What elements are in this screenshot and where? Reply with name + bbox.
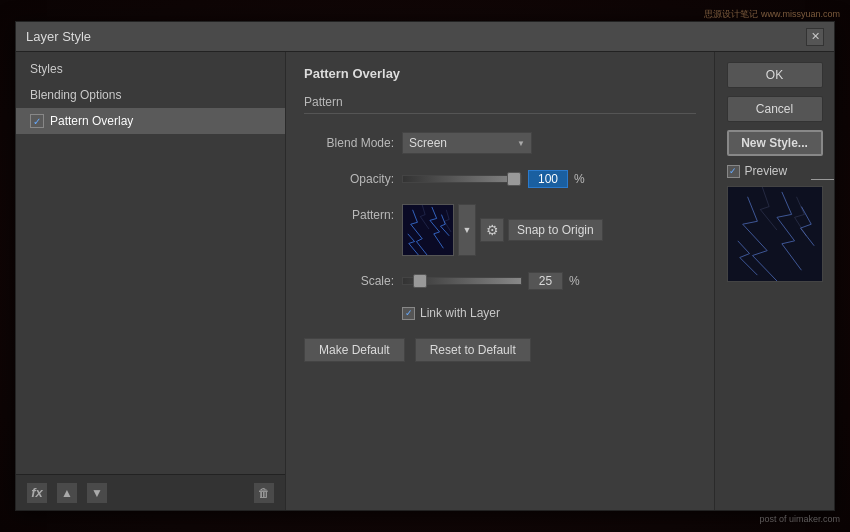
pattern-label: Pattern: [304, 204, 394, 222]
titlebar: Layer Style ✕ [16, 22, 834, 52]
new-style-button[interactable]: New Style... [727, 130, 823, 156]
pattern-overlay-checkbox[interactable] [30, 114, 44, 128]
scale-slider-thumb[interactable] [413, 274, 427, 288]
move-up-button[interactable]: ▲ [56, 482, 78, 504]
opacity-slider-container: 100 % [402, 170, 585, 188]
left-panel: Styles Blending Options Pattern Overlay … [16, 52, 286, 510]
opacity-unit: % [574, 172, 585, 186]
left-panel-footer: fx ▲ ▼ 🗑 [16, 474, 285, 510]
scale-value-display[interactable]: 25 [528, 272, 563, 290]
opacity-slider-thumb[interactable] [507, 172, 521, 186]
dialog-body: Styles Blending Options Pattern Overlay … [16, 52, 834, 510]
pattern-options-button[interactable]: ⚙ [480, 218, 504, 242]
snap-to-origin-button[interactable]: Snap to Origin [508, 219, 603, 241]
opacity-label: Opacity: [304, 172, 394, 186]
blend-mode-row: Blend Mode: Screen ▼ [304, 132, 696, 154]
section-title: Pattern Overlay [304, 66, 696, 81]
layer-style-dialog: Layer Style ✕ Styles Blending Options Pa… [15, 21, 835, 511]
opacity-slider-track[interactable] [402, 175, 522, 183]
link-with-layer-checkbox[interactable] [402, 307, 415, 320]
right-panel: OK Cancel New Style... Preview [714, 52, 834, 510]
preview-text: Preview [745, 164, 788, 178]
main-content: Pattern Overlay Pattern Blend Mode: Scre… [286, 52, 714, 510]
ok-button[interactable]: OK [727, 62, 823, 88]
svg-rect-0 [403, 205, 453, 255]
opacity-row: Opacity: 100 % [304, 170, 696, 188]
preview-label-row: Preview [727, 164, 823, 178]
sidebar-item-pattern-overlay[interactable]: Pattern Overlay [16, 108, 285, 134]
move-down-button[interactable]: ▼ [86, 482, 108, 504]
sidebar-item-styles[interactable]: Styles [16, 56, 285, 82]
styles-label: Styles [30, 62, 63, 76]
link-with-layer-row: Link with Layer [402, 306, 696, 320]
scale-slider-track[interactable] [402, 277, 522, 285]
blend-mode-arrow: ▼ [517, 139, 525, 148]
sidebar-item-blending[interactable]: Blending Options [16, 82, 285, 108]
opacity-value-input[interactable]: 100 [528, 170, 568, 188]
pattern-row: Pattern: [304, 204, 696, 256]
cancel-button[interactable]: Cancel [727, 96, 823, 122]
link-with-layer-label: Link with Layer [420, 306, 500, 320]
pattern-overlay-label: Pattern Overlay [50, 114, 133, 128]
reset-to-default-button[interactable]: Reset to Default [415, 338, 531, 362]
scale-slider-container: 25 % [402, 272, 580, 290]
post-label: post of uimaker.com [759, 514, 840, 524]
pattern-swatch[interactable] [402, 204, 454, 256]
scale-unit: % [569, 274, 580, 288]
scale-label: Scale: [304, 274, 394, 288]
svg-rect-1 [728, 187, 822, 281]
blend-mode-select[interactable]: Screen ▼ [402, 132, 532, 154]
blending-label: Blending Options [30, 88, 121, 102]
close-button[interactable]: ✕ [806, 28, 824, 46]
preview-checkbox[interactable] [727, 165, 740, 178]
make-default-button[interactable]: Make Default [304, 338, 405, 362]
preview-canvas [727, 186, 823, 282]
blend-mode-label: Blend Mode: [304, 136, 394, 150]
watermark: 思源设计笔记 www.missyuan.com [704, 8, 840, 21]
dialog-title: Layer Style [26, 29, 91, 44]
action-buttons: Make Default Reset to Default [304, 338, 696, 362]
left-panel-list: Styles Blending Options Pattern Overlay [16, 52, 285, 474]
pattern-dropdown-button[interactable]: ▼ [458, 204, 476, 256]
fx-button[interactable]: fx [26, 482, 48, 504]
scale-row: Scale: 25 % [304, 272, 696, 290]
delete-button[interactable]: 🗑 [253, 482, 275, 504]
blend-mode-value: Screen [409, 136, 447, 150]
sub-title: Pattern [304, 95, 696, 114]
